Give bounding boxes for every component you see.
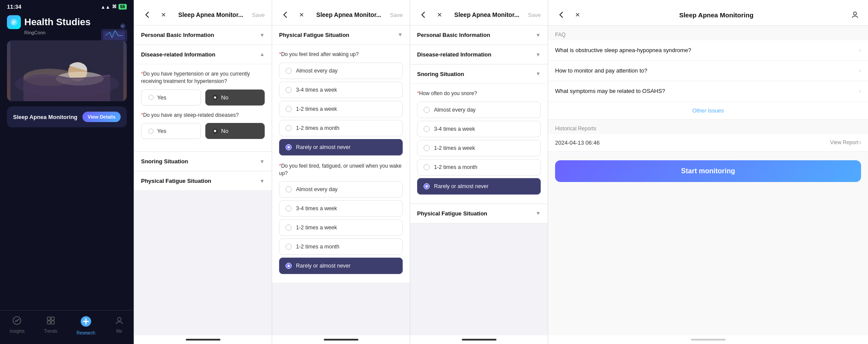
svg-rect-19: [47, 317, 50, 320]
close-button-3[interactable]: ✕: [434, 9, 446, 21]
other-issues-button[interactable]: Other issues: [548, 102, 868, 119]
tired-option-12week-1[interactable]: 1-2 times a week: [279, 101, 403, 117]
save-button-2[interactable]: Save: [390, 12, 403, 18]
fatigued-option-12month[interactable]: 1-2 times a month: [279, 238, 403, 255]
fatigue-title-1: Physical Fatigue Situation: [141, 178, 211, 184]
study-image: [7, 40, 127, 101]
disease-header-3[interactable]: Disease-related Information ▼: [410, 45, 548, 64]
study-card: Sleep Apnea Monitoring View Details: [7, 106, 127, 127]
elderly-figure-icon: [7, 40, 127, 101]
faq-chevron-3: ›: [859, 88, 861, 94]
disease-title-3: Disease-related Information: [417, 51, 491, 58]
radio-fatigued-12week: [286, 225, 292, 231]
svg-rect-1: [12, 21, 16, 22]
survey-title-3: Sleep Apnea Monitor...: [450, 11, 523, 18]
personal-arrow-3: ▼: [536, 32, 541, 38]
home-panel: 11:34 ▲▲ ⌘ 66 Health Studies: [0, 0, 134, 344]
sleep-disease-no[interactable]: No: [205, 123, 265, 139]
hypertension-no[interactable]: No: [205, 89, 265, 106]
tired-option-rarely-1[interactable]: Rarely or almost never: [279, 139, 403, 155]
nav-insights[interactable]: Insights: [4, 314, 30, 337]
home-indicator-4: [548, 335, 868, 344]
bottom-navigation: Insights Trends: [0, 310, 134, 344]
snoring-rarely[interactable]: Rarely or almost never: [417, 178, 541, 195]
survey-content-3: Personal Basic Information ▼ Disease-rel…: [410, 26, 548, 335]
start-monitoring-button[interactable]: Start monitoring: [555, 160, 861, 182]
radio-12week-1: [286, 106, 292, 112]
sleep-disease-yes[interactable]: Yes: [141, 123, 201, 139]
rarely-label-1: Rarely or almost never: [296, 144, 351, 150]
personal-header-3[interactable]: Personal Basic Information ▼: [410, 26, 548, 45]
snoring-12month-label: 1-2 times a month: [434, 164, 477, 170]
hypertension-options: Yes No: [141, 89, 265, 106]
everyday-label-1: Almost every day: [296, 68, 338, 74]
view-report-button[interactable]: View Report ›: [830, 139, 861, 146]
disease-header[interactable]: Disease-related Information ▼: [134, 45, 272, 64]
back-button-4[interactable]: [555, 9, 567, 21]
survey-panel-1: ✕ Sleep Apnea Monitor... Save Personal B…: [134, 0, 272, 344]
radio-snoring-everyday: [424, 107, 430, 113]
survey-panel-2: ✕ Sleep Apnea Monitor... Save Physical F…: [272, 0, 410, 344]
tired-option-34week-1[interactable]: 3-4 times a week: [279, 82, 403, 98]
faq-item-3-text: What symptoms may be related to OSAHS?: [555, 87, 856, 95]
nav-trends[interactable]: Trends: [39, 314, 62, 337]
hypertension-yes[interactable]: Yes: [141, 89, 201, 106]
radio-12month-1: [286, 125, 292, 131]
back-button-2[interactable]: [279, 9, 291, 21]
snoring-everyday[interactable]: Almost every day: [417, 102, 541, 118]
faq-item-2[interactable]: How to monitor and pay attention to? ›: [548, 61, 868, 81]
fatigued-option-34week[interactable]: 3-4 times a week: [279, 200, 403, 217]
snoring-header-3[interactable]: Snoring Situation ▲: [410, 65, 548, 84]
close-button-4[interactable]: ✕: [572, 9, 584, 21]
fatigue-header-3[interactable]: Physical Fatigue Situation ▼: [410, 204, 548, 223]
fatigued-option-rarely[interactable]: Rarely or almost never: [279, 258, 403, 274]
svg-rect-21: [47, 321, 50, 324]
snoring-arrow-3: ▲: [536, 71, 541, 77]
mini-status-2: [272, 0, 410, 3]
fatigued-option-everyday[interactable]: Almost every day: [279, 181, 403, 198]
section-fatigue-3: Physical Fatigue Situation ▼: [410, 204, 548, 223]
snoring-12month[interactable]: 1-2 times a month: [417, 159, 541, 175]
nav-research[interactable]: Research: [71, 314, 100, 337]
view-details-button[interactable]: View Details: [82, 112, 121, 122]
battery-badge: 66: [118, 4, 127, 10]
profile-button[interactable]: [849, 9, 861, 21]
tired-option-everyday-1[interactable]: Almost every day: [279, 63, 403, 79]
snoring-34week[interactable]: 3-4 times a week: [417, 121, 541, 137]
snoring-12week[interactable]: 1-2 times a week: [417, 140, 541, 156]
sleep-disease-no-radio: [213, 129, 218, 134]
fatigue-header-1[interactable]: Physical Fatigue Situation ▼: [134, 172, 272, 191]
home-bar-2: [324, 339, 358, 341]
wifi-icon: ⌘: [112, 4, 117, 10]
personal-basic-header[interactable]: Personal Basic Information ▼: [134, 26, 272, 45]
faq-section-label: FAQ: [548, 26, 868, 40]
survey-header-3: ✕ Sleep Apnea Monitor... Save: [410, 3, 548, 26]
snoring-everyday-label: Almost every day: [434, 107, 476, 113]
fatigued-option-12week[interactable]: 1-2 times a week: [279, 219, 403, 236]
tired-option-12month-1[interactable]: 1-2 times a month: [279, 120, 403, 136]
sleep-disease-options: Yes No: [141, 123, 265, 139]
mini-status-4: [548, 0, 868, 3]
fatigue-expanded-header[interactable]: Physical Fatigue Situation ▲: [272, 26, 410, 45]
faq-item-3[interactable]: What symptoms may be related to OSAHS? ›: [548, 81, 868, 102]
section-disease: Disease-related Information ▼ *Do you ha…: [134, 45, 272, 152]
back-button-1[interactable]: [141, 9, 153, 21]
close-button-1[interactable]: ✕: [158, 9, 170, 21]
nav-insights-label: Insights: [10, 329, 24, 334]
back-button-3[interactable]: [417, 9, 429, 21]
personal-basic-title: Personal Basic Information: [141, 32, 214, 38]
fatigue-body: *Do you feel tired after waking up? Almo…: [272, 45, 410, 283]
faq-item-1[interactable]: What is obstructive sleep apnea-hypopnea…: [548, 40, 868, 61]
svg-rect-2: [12, 22, 16, 23]
save-button-3[interactable]: Save: [528, 12, 541, 18]
fatigued-34week-label: 3-4 times a week: [296, 205, 337, 212]
section-disease-3: Disease-related Information ▼: [410, 45, 548, 64]
snoring-header-1[interactable]: Snoring Situation ▼: [134, 152, 272, 171]
close-button-2[interactable]: ✕: [296, 9, 308, 21]
home-indicator-3: [410, 335, 548, 344]
nav-me[interactable]: Me: [109, 314, 129, 337]
fatigue-title-3: Physical Fatigue Situation: [417, 210, 487, 217]
time: 11:34: [7, 3, 21, 10]
save-button-1[interactable]: Save: [252, 12, 265, 18]
svg-point-25: [854, 12, 857, 15]
